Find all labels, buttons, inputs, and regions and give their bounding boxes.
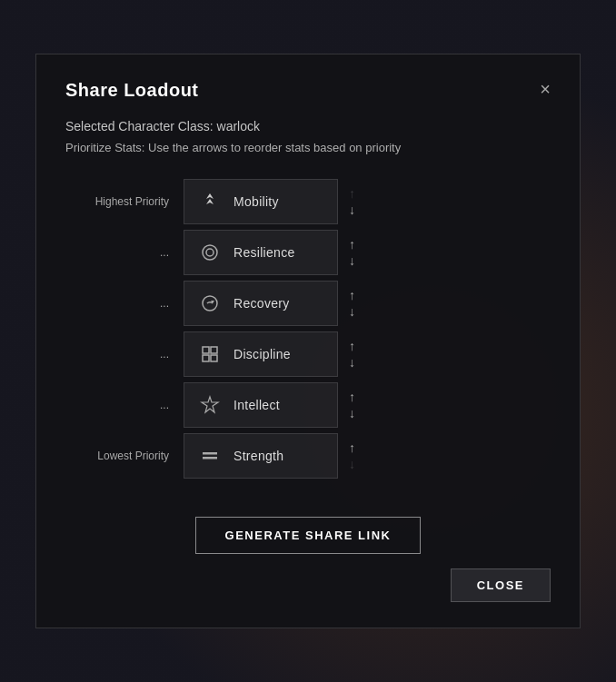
- stat-name-discipline: Discipline: [233, 347, 291, 361]
- recovery-icon: [197, 291, 223, 316]
- svg-marker-1: [206, 199, 214, 204]
- arrow-down-discipline[interactable]: ↓: [345, 355, 359, 370]
- arrows-recovery: ↑↓: [345, 288, 359, 319]
- generate-btn-row: GENERATE SHARE LINK: [65, 517, 551, 554]
- modal-title: Share Loadout: [65, 80, 199, 101]
- svg-rect-8: [203, 355, 209, 361]
- resilience-icon: [197, 240, 223, 265]
- stat-name-mobility: Mobility: [233, 194, 279, 209]
- priority-label-discipline: ...: [65, 348, 184, 361]
- svg-rect-6: [203, 347, 209, 353]
- mobility-icon: [197, 189, 223, 214]
- stat-row-resilience: ...Resilience↑↓: [65, 230, 551, 275]
- instruction-text: Prioritize Stats: Use the arrows to reor…: [65, 139, 551, 157]
- stat-name-resilience: Resilience: [233, 245, 295, 260]
- priority-label-resilience: ...: [65, 246, 184, 259]
- strength-icon: [197, 443, 223, 469]
- stat-name-strength: Strength: [233, 449, 283, 463]
- svg-marker-10: [202, 397, 218, 412]
- arrow-down-recovery[interactable]: ↓: [345, 304, 359, 319]
- arrow-up-discipline[interactable]: ↑: [345, 339, 359, 353]
- svg-rect-9: [211, 355, 217, 361]
- svg-rect-7: [211, 347, 217, 353]
- discipline-icon: [197, 341, 223, 367]
- generate-share-link-button[interactable]: GENERATE SHARE LINK: [195, 517, 422, 554]
- stat-box-recovery: Recovery: [184, 281, 338, 326]
- modal-header: Share Loadout ×: [65, 80, 551, 101]
- stat-row-mobility: Highest PriorityMobility↑↓: [65, 179, 551, 224]
- intellect-icon: [197, 392, 223, 418]
- close-button[interactable]: CLOSE: [451, 568, 551, 602]
- arrow-up-intellect[interactable]: ↑: [345, 390, 359, 404]
- stat-name-recovery: Recovery: [233, 296, 290, 311]
- stat-row-discipline: ...Discipline↑↓: [65, 331, 551, 377]
- stat-row-intellect: ...Intellect↑↓: [65, 382, 551, 428]
- stat-row-strength: Lowest PriorityStrength↑↓: [65, 433, 551, 479]
- stat-rows-container: Highest PriorityMobility↑↓...Resilience↑…: [65, 179, 551, 484]
- arrow-up-resilience[interactable]: ↑: [345, 237, 359, 252]
- arrow-up-recovery[interactable]: ↑: [345, 288, 359, 302]
- arrows-strength: ↑↓: [345, 440, 359, 471]
- arrows-resilience: ↑↓: [345, 237, 359, 268]
- priority-label-recovery: ...: [65, 297, 184, 310]
- close-btn-row: CLOSE: [65, 568, 551, 602]
- stat-box-resilience: Resilience: [184, 230, 338, 275]
- close-x-button[interactable]: ×: [540, 80, 551, 98]
- svg-rect-11: [203, 452, 217, 455]
- priority-label-intellect: ...: [65, 399, 184, 411]
- svg-point-4: [203, 296, 217, 311]
- svg-rect-12: [203, 457, 217, 460]
- arrow-down-mobility[interactable]: ↓: [345, 203, 359, 217]
- stat-box-strength: Strength: [184, 433, 338, 479]
- character-class-subtitle: Selected Character Class: warlock: [65, 119, 551, 133]
- svg-point-2: [203, 245, 217, 260]
- stat-name-intellect: Intellect: [233, 398, 280, 412]
- arrows-mobility: ↑↓: [345, 186, 359, 217]
- arrow-down-strength: ↓: [345, 457, 359, 471]
- arrow-up-strength[interactable]: ↑: [345, 440, 359, 455]
- arrows-intellect: ↑↓: [345, 390, 359, 420]
- arrow-up-mobility: ↑: [345, 186, 359, 201]
- arrow-down-resilience[interactable]: ↓: [345, 253, 359, 268]
- svg-point-3: [206, 249, 214, 256]
- priority-label-strength: Lowest Priority: [65, 450, 184, 462]
- arrows-discipline: ↑↓: [345, 339, 359, 370]
- share-loadout-modal: Share Loadout × Selected Character Class…: [35, 54, 581, 628]
- stat-row-recovery: ...Recovery↑↓: [65, 281, 551, 326]
- svg-marker-0: [206, 193, 214, 199]
- stat-box-mobility: Mobility: [184, 179, 338, 224]
- stat-box-discipline: Discipline: [184, 331, 338, 377]
- priority-label-mobility: Highest Priority: [65, 195, 184, 208]
- stat-box-intellect: Intellect: [184, 382, 338, 428]
- arrow-down-intellect[interactable]: ↓: [345, 406, 359, 420]
